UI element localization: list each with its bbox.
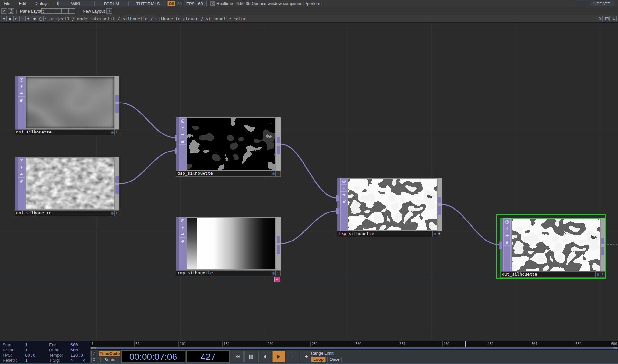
output-connector[interactable] bbox=[115, 95, 119, 102]
output-connector[interactable] bbox=[438, 206, 441, 215]
node-noi_silhouette1[interactable]: noi_silhouette1 + bbox=[15, 76, 119, 135]
bypass-flag-icon[interactable] bbox=[18, 164, 25, 171]
node-noi_silhouette[interactable]: noi_silhouette + bbox=[15, 157, 119, 216]
bypass-flag-icon[interactable] bbox=[340, 184, 347, 192]
node-viewer[interactable] bbox=[186, 117, 276, 171]
viewer-flag-icon[interactable] bbox=[18, 157, 25, 164]
timeline-ruler[interactable]: 1 51 101 151 201 251 301 351 401 451 501… bbox=[90, 341, 618, 347]
layout-grid-icon[interactable] bbox=[68, 8, 75, 14]
node-expand-button[interactable]: + bbox=[600, 272, 605, 277]
viewer-flag-icon[interactable] bbox=[18, 76, 25, 83]
lock-flag-icon[interactable] bbox=[179, 237, 186, 244]
slash-button[interactable]: / bbox=[91, 351, 96, 356]
node-name[interactable]: noi_silhouette bbox=[15, 211, 110, 216]
output-connector[interactable] bbox=[277, 245, 280, 254]
frame-display[interactable]: 427 bbox=[186, 350, 230, 363]
bypass-flag-icon[interactable] bbox=[179, 224, 186, 231]
node-color-dot[interactable] bbox=[271, 271, 275, 276]
node-lkp_silhouette[interactable]: lkp_silhouette + bbox=[337, 178, 442, 237]
output-connector[interactable] bbox=[601, 247, 604, 255]
loop-button[interactable]: Loop bbox=[311, 357, 326, 362]
tsig-value[interactable]: 4 4 bbox=[70, 358, 85, 363]
zero-button[interactable]: 0 bbox=[597, 16, 603, 21]
lock-flag-icon[interactable] bbox=[340, 198, 347, 205]
node-color-dot[interactable] bbox=[110, 211, 114, 216]
node-expand-button[interactable]: + bbox=[114, 211, 119, 216]
maximize-pane-icon[interactable] bbox=[1, 8, 7, 14]
input-connector[interactable] bbox=[336, 195, 339, 202]
bypass-flag-icon[interactable] bbox=[503, 225, 511, 232]
node-viewer[interactable] bbox=[25, 157, 115, 210]
viewer-flag-icon[interactable] bbox=[179, 217, 186, 224]
viewer-flag-icon[interactable] bbox=[503, 218, 511, 225]
input-connector[interactable] bbox=[175, 148, 178, 154]
timeline-scrollbar[interactable]: ... ... bbox=[90, 347, 618, 349]
node-dsp_silhouette[interactable]: dsp_silhouette + bbox=[176, 117, 281, 177]
layout-split-v-icon[interactable] bbox=[48, 8, 55, 14]
pause-button[interactable] bbox=[244, 351, 257, 362]
rend-value[interactable]: 600 bbox=[70, 348, 78, 352]
stop-icon[interactable] bbox=[7, 16, 13, 21]
export-flag-icon[interactable] bbox=[340, 191, 347, 198]
beats-mode-button[interactable]: Beats bbox=[100, 357, 119, 362]
scrollbar-thumb[interactable]: ... ... bbox=[90, 347, 618, 349]
node-viewer[interactable] bbox=[347, 178, 438, 231]
end-value[interactable]: 600 bbox=[70, 342, 78, 347]
realtime-checkbox[interactable]: X bbox=[210, 1, 215, 6]
node-expand-button[interactable]: + bbox=[114, 130, 119, 135]
pane-type-dropdown-icon[interactable] bbox=[1, 16, 7, 21]
update-button[interactable]: UPDATE bbox=[590, 1, 614, 6]
output-connector[interactable] bbox=[115, 176, 119, 183]
input-connector[interactable] bbox=[499, 241, 502, 249]
rstart-value[interactable]: 1 bbox=[25, 348, 28, 352]
wiki-button[interactable]: WIKI bbox=[58, 1, 93, 6]
node-name[interactable]: out_silhouette bbox=[501, 272, 595, 277]
timecode-mode-button[interactable]: TimeCode bbox=[99, 351, 120, 356]
window-icon[interactable] bbox=[604, 16, 610, 21]
node-color-dot[interactable] bbox=[595, 272, 600, 277]
play-forward-button[interactable] bbox=[272, 351, 285, 362]
step-back-button[interactable]: - bbox=[286, 351, 299, 362]
output-connector[interactable] bbox=[277, 236, 280, 243]
output-connector[interactable] bbox=[115, 104, 119, 113]
node-viewer[interactable] bbox=[25, 76, 115, 129]
breadcrumb[interactable]: / project1 / mode_interactif / silhouett… bbox=[44, 16, 246, 21]
timecode-display[interactable]: 00:00:07:06 bbox=[121, 350, 185, 363]
forum-button[interactable]: FORUM bbox=[94, 1, 129, 6]
fps-value[interactable]: 60.0 bbox=[25, 353, 35, 358]
forward-arrow-icon[interactable] bbox=[19, 16, 25, 21]
menu-file[interactable]: File bbox=[0, 0, 14, 7]
resetf-value[interactable]: 1 bbox=[25, 358, 28, 363]
node-expand-button[interactable]: + bbox=[437, 231, 442, 237]
output-connector[interactable] bbox=[277, 146, 280, 154]
bypass-flag-icon[interactable] bbox=[179, 124, 186, 131]
layout-split-h-icon[interactable] bbox=[55, 8, 62, 14]
menu-edit[interactable]: Edit bbox=[15, 0, 29, 7]
scrollbar-grip-left[interactable]: ... bbox=[91, 347, 96, 349]
node-rmp_silhouette[interactable]: rmp_silhouette + bbox=[176, 217, 281, 276]
power-button[interactable]: O|I bbox=[167, 1, 175, 6]
lock-flag-icon[interactable] bbox=[179, 138, 186, 145]
play-reverse-button[interactable] bbox=[258, 351, 271, 362]
output-connector[interactable] bbox=[277, 137, 280, 143]
menu-dialogs[interactable]: Dialogs bbox=[31, 0, 52, 7]
lock-flag-icon[interactable] bbox=[503, 239, 511, 246]
output-connector[interactable] bbox=[115, 185, 119, 194]
tutorials-button[interactable]: TUTORIALS bbox=[130, 1, 166, 6]
integer-button[interactable]: I bbox=[91, 357, 96, 362]
scrollbar-grip-right[interactable]: ... bbox=[613, 347, 617, 349]
output-connector[interactable] bbox=[601, 238, 604, 244]
node-name[interactable]: dsp_silhouette bbox=[176, 171, 271, 176]
node-name[interactable]: noi_silhouette1 bbox=[15, 130, 110, 135]
back-arrow-icon[interactable] bbox=[13, 16, 19, 21]
node-name[interactable]: rmp_silhouette bbox=[176, 271, 271, 276]
output-connector[interactable] bbox=[438, 197, 441, 203]
node-expand-button[interactable]: + bbox=[275, 271, 280, 276]
fps-field[interactable]: FPS: 60 bbox=[184, 1, 207, 6]
export-flag-icon[interactable] bbox=[503, 232, 511, 239]
tempo-value[interactable]: 120.0 bbox=[70, 353, 83, 358]
input-connector[interactable] bbox=[175, 135, 178, 141]
anchor-icon[interactable] bbox=[8, 8, 14, 14]
input-connector[interactable] bbox=[336, 208, 339, 214]
node-color-dot[interactable] bbox=[271, 171, 275, 176]
